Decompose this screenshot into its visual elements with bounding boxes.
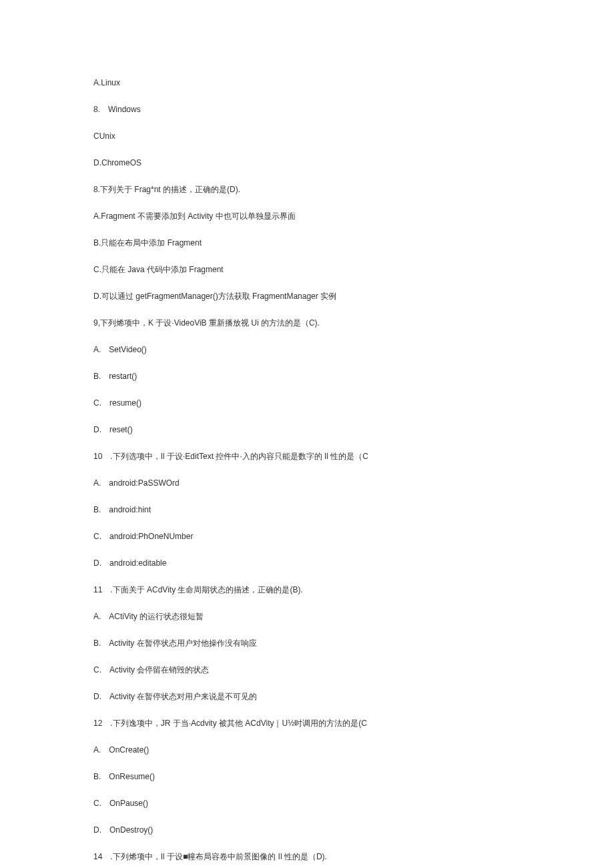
text-line: 8.下列关于 Frag*nt 的描述，正确的是(D). bbox=[93, 183, 521, 195]
text-line: D.可以通过 getFragmentManager()方法获取 Fragment… bbox=[93, 290, 521, 302]
text-line: D. reset() bbox=[93, 424, 521, 436]
text-line: C.只能在 Java 代码中添加 Fragment bbox=[93, 264, 521, 276]
text-line: 10 .下列选项中，Il 于设·EditText 控件中·入的内容只能是数字的 … bbox=[93, 450, 521, 462]
text-line: B. android:hint bbox=[93, 504, 521, 516]
text-line: C. resume() bbox=[93, 397, 521, 409]
text-line: B. restart() bbox=[93, 370, 521, 382]
text-line: B. OnResume() bbox=[93, 771, 521, 783]
text-line: 14 .下列烯项中，Il 于设■幢布局容卷中前景图像的 Il 性的是（D). bbox=[93, 851, 521, 863]
text-line: D. Activity 在暂停状态对用户来说是不可见的 bbox=[93, 691, 521, 703]
text-line: 12 .下列逸项中，JR 于当·Acdvity 被其他 ACdVity｜U½时调… bbox=[93, 717, 521, 729]
text-line: A. SetVideo() bbox=[93, 344, 521, 356]
text-line: B. Activity 在暂停状态用户对他操作没有响应 bbox=[93, 637, 521, 649]
text-line: D. android:editable bbox=[93, 557, 521, 569]
document-content: A.Linux8. WindowsCUnixD.ChromeOS8.下列关于 F… bbox=[93, 77, 521, 863]
text-line: 9,下列烯项中，K 于设·VideoViB 重新播放视 Ui 的方法的是（C). bbox=[93, 317, 521, 329]
text-line: A. OnCreate() bbox=[93, 744, 521, 756]
text-line: 8. Windows bbox=[93, 103, 521, 115]
text-line: D. OnDestroy() bbox=[93, 824, 521, 836]
text-line: C. android:PhOneNUmber bbox=[93, 530, 521, 542]
text-line: D.ChromeOS bbox=[93, 157, 521, 169]
text-line: CUnix bbox=[93, 130, 521, 142]
text-line: A.Linux bbox=[93, 77, 521, 89]
text-line: A.Fragment 不需要添加到 Activity 中也可以单独显示界面 bbox=[93, 210, 521, 222]
text-line: A. ACtiVity 的运行状态很短暂 bbox=[93, 610, 521, 622]
text-line: C. Activity 会停留在销毁的状态 bbox=[93, 664, 521, 676]
text-line: C. OnPause() bbox=[93, 797, 521, 809]
text-line: 11 .下面关于 ACdVity 生命周期状态的描述，正确的是(B). bbox=[93, 584, 521, 596]
text-line: B.只能在布局中添加 Fragment bbox=[93, 237, 521, 249]
text-line: A. android:PaSSWOrd bbox=[93, 477, 521, 489]
